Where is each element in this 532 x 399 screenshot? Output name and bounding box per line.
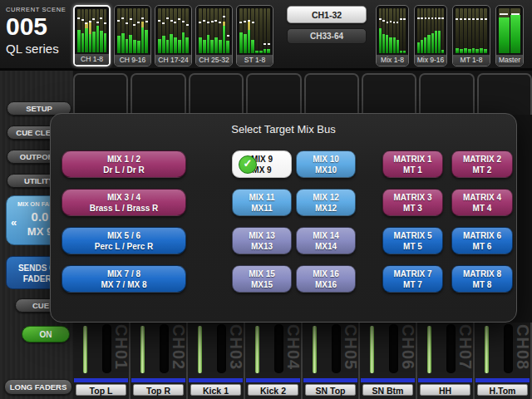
mix-bus-button-matrix-7[interactable]: MATRIX 7MT 7 [382,265,443,293]
fader-track[interactable] [370,326,374,373]
meter-bar [117,8,121,53]
channel-id-label: CH02 [169,324,188,377]
meter-peak-dash [126,22,128,24]
mix-bus-button-mix-1-2[interactable]: MIX 1 / 2Dr L / Dr R [62,150,186,178]
on-button[interactable]: ON [22,326,70,342]
fader-slot[interactable] [274,324,283,373]
channel-name-label[interactable]: SN Top [305,384,356,396]
meter-bars [115,6,150,54]
mix-bus-button-mix-11[interactable]: MIX 11MX11 [232,189,292,216]
mix-bus-button-matrix-4[interactable]: MATRIX 4MT 4 [451,189,513,216]
channel-id-label: CH07 [456,324,475,377]
channel-name-label[interactable]: H.Tom [477,384,528,396]
meter-block-master[interactable]: Master [495,5,524,66]
fader-track[interactable] [255,326,259,373]
mix-bus-button-matrix-8[interactable]: MATRIX 8MT 8 [451,265,513,293]
fader-track[interactable] [485,326,489,373]
meter-green-segment [251,40,254,53]
meter-peak-dash [145,21,148,22]
meter-block-st-1-8[interactable]: ST 1-8 [236,5,273,66]
mix-bus-button-mix-12[interactable]: MIX 12MX12 [296,189,356,216]
fader-track[interactable] [313,326,317,373]
channel-color-bar [475,378,530,382]
long-faders-button[interactable]: LONG FADERS [4,379,72,395]
meter-green-segment [421,40,423,53]
mix-bus-button-matrix-1[interactable]: MATRIX 1MT 1 [382,150,443,178]
channel-name-label[interactable]: Top R [133,384,184,396]
fader-track[interactable] [427,326,431,373]
meter-bar [133,8,136,53]
mix-bus-button-mix-13[interactable]: MIX 13MX13 [232,227,292,254]
meter-peak-dash [500,13,508,15]
channel-name-label[interactable]: Kick 2 [248,384,298,396]
meter-block-label: Master [496,54,523,66]
fader-slot[interactable] [389,324,398,373]
meter-peak-dash [244,21,246,22]
view-button-ch33-64[interactable]: CH33-64 [287,28,367,44]
mix-bus-button-mix-14[interactable]: MIX 14MX14 [296,227,356,254]
meter-block-ch-25-32[interactable]: CH 25-32 [195,5,233,66]
meter-green-segment [417,42,420,54]
fader-track[interactable] [140,326,145,373]
fader-slot[interactable] [217,324,226,373]
mix-bus-button-line: MX15 [251,279,273,290]
meter-block-ch-9-16[interactable]: CH 9-16 [114,5,151,66]
mix-bus-button-line: MIX 1 / 2 [107,154,140,165]
fader-slot[interactable] [160,324,169,373]
meter-peak-dash [203,20,205,22]
fader-slot[interactable] [332,324,341,373]
meter-peak-dash [400,18,402,20]
mix-bus-button-mix-5-6[interactable]: MIX 5 / 6Perc L / Perc R [62,227,186,254]
meter-peak-dash [485,18,487,20]
mix-bus-button-mix-3-4[interactable]: MIX 3 / 4Brass L / Brass R [62,189,186,216]
view-button-ch1-32[interactable]: CH1-32 [287,6,367,23]
mix-bus-button-matrix-5[interactable]: MATRIX 5MT 5 [382,227,443,254]
mix-bus-button-matrix-6[interactable]: MATRIX 6MT 6 [451,227,513,254]
channel-name-label[interactable]: HH [420,384,470,396]
channel-strip-ch02: CH02Top R [131,323,188,399]
meter-peak-dash [81,19,84,21]
mix-bus-button-matrix-2[interactable]: MATRIX 2MT 2 [451,150,513,178]
collapse-chevron-icon[interactable]: « [11,216,17,229]
meter-peak-dash [431,17,434,19]
meter-peak-dash [199,22,201,23]
channel-name-label[interactable]: Top L [76,384,126,396]
meter-bar [431,8,434,53]
meter-bar [214,8,218,53]
meter-green-segment [244,34,247,53]
channel-color-bar [74,378,128,382]
channel-color-bar [131,378,185,382]
fader-slot[interactable] [446,324,456,373]
meter-block-mix-1-8[interactable]: Mix 1-8 [376,5,409,66]
meter-peak-dash [268,43,270,45]
meter-peak-dash [85,22,87,24]
meter-block-ch-17-24[interactable]: CH 17-24 [155,5,192,66]
mix-bus-button-line: MATRIX 4 [463,192,501,203]
mix-bus-button-matrix-3[interactable]: MATRIX 3MT 3 [382,189,443,216]
meter-bar [137,8,140,53]
mix-bus-button-mix-7-8[interactable]: MIX 7 / 8MX 7 / MX 8 [62,265,186,293]
meter-block-mt-1-8[interactable]: MT 1-8 [452,5,490,66]
channel-name-label[interactable]: Kick 1 [190,384,241,396]
meter-peak-dash [397,22,399,23]
mix-bus-button-mix-15[interactable]: MIX 15MX15 [232,265,292,293]
meter-bar [255,8,259,53]
fader-track[interactable] [198,326,202,373]
meter-block-ch-1-8[interactable]: CH 1-8 [73,5,111,66]
meter-bar [468,8,471,53]
meter-green-segment [162,36,165,53]
mix-bus-button-mix-10[interactable]: MIX 10MX10 [296,150,356,178]
meter-bar [248,8,251,53]
mix-bus-button-line: MT 3 [403,203,422,214]
channel-name-label[interactable]: SN Btm [362,384,413,396]
mix-bus-button-mix-16[interactable]: MIX 16MX16 [296,265,356,293]
meter-green-segment [89,34,92,52]
meter-green-segment [199,37,202,53]
select-target-mix-bus-dialog: Select Target Mix Bus MIX 1 / 2Dr L / Dr… [50,113,517,323]
fader-track[interactable] [83,326,87,373]
fader-slot[interactable] [102,324,111,373]
mix-bus-button-mix-9[interactable]: MIX 9MX 9✓ [232,150,292,178]
meter-block-mix-9-16[interactable]: Mix 9-16 [414,5,447,66]
fader-slot[interactable] [504,324,513,373]
mix-bus-button-line: MIX 13 [249,230,275,241]
